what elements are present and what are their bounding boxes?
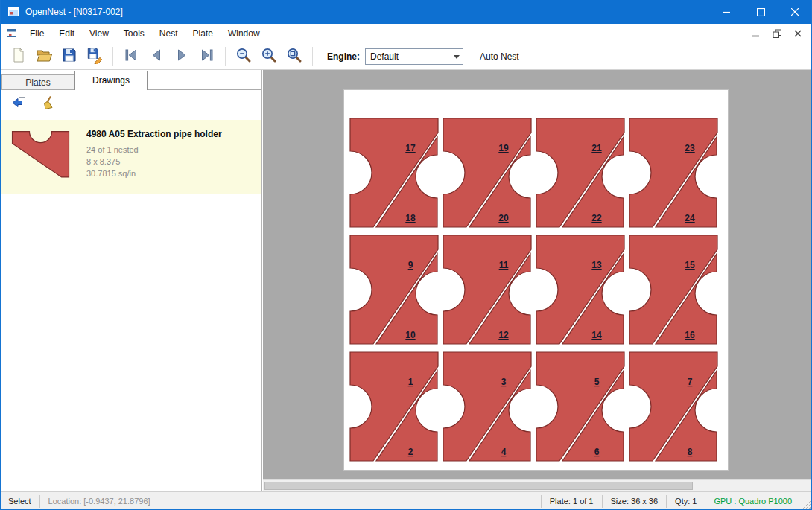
document-icon[interactable] xyxy=(6,28,18,39)
mdi-close-button[interactable] xyxy=(790,27,806,40)
part-number: 21 xyxy=(591,143,602,153)
drawing-thumbnail xyxy=(7,126,76,188)
sidebar-tabstrip: Plates Drawings xyxy=(0,70,261,90)
menu-window[interactable]: Window xyxy=(221,25,267,42)
tab-plates[interactable]: Plates xyxy=(1,74,74,90)
nest-canvas[interactable]: 171819202122232491011121314151612345678 xyxy=(263,70,812,491)
broom-icon xyxy=(40,95,57,114)
part-number: 18 xyxy=(405,213,416,223)
resize-grip[interactable] xyxy=(800,500,811,510)
drawing-title: 4980 A05 Extraction pipe holder xyxy=(86,129,222,139)
zoom-fit-icon xyxy=(285,46,303,67)
drawing-nested-count: 24 of 1 nested xyxy=(86,144,222,156)
new-file-icon xyxy=(10,46,28,67)
next-plate-icon xyxy=(173,46,191,67)
part-number: 12 xyxy=(498,330,509,340)
zoom-in-button[interactable] xyxy=(256,45,282,68)
status-qty: Qty: 1 xyxy=(667,497,705,506)
engine-label: Engine: xyxy=(327,51,360,62)
nav-next-button[interactable] xyxy=(169,45,194,68)
menu-file[interactable]: File xyxy=(22,25,51,42)
save-edit-icon xyxy=(86,46,104,67)
sidebar: Plates Drawings 4980 A05 Extra xyxy=(0,70,262,491)
part-number: 5 xyxy=(594,377,600,387)
app-icon xyxy=(7,6,19,18)
chevron-down-icon xyxy=(454,55,460,62)
part-number: 15 xyxy=(685,260,695,270)
menu-bar: File Edit View Tools Nest Plate Window xyxy=(0,24,812,43)
status-gpu: GPU : Quadro P1000 xyxy=(705,497,800,506)
menu-plate[interactable]: Plate xyxy=(185,25,221,42)
part-number: 23 xyxy=(685,143,695,153)
menu-edit[interactable]: Edit xyxy=(51,25,82,42)
main-toolbar: Engine: Default Auto Nest xyxy=(0,43,812,70)
part-number: 14 xyxy=(591,330,602,340)
window-title: OpenNest - [N0317-002] xyxy=(25,7,123,17)
nav-prev-button[interactable] xyxy=(144,45,169,68)
part-number: 6 xyxy=(594,447,600,457)
menu-nest[interactable]: Nest xyxy=(152,25,185,42)
save-button[interactable] xyxy=(57,45,82,68)
part-number: 8 xyxy=(688,447,693,457)
horizontal-scrollbar[interactable] xyxy=(263,479,812,491)
status-plate: Plate: 1 of 1 xyxy=(542,497,602,506)
save-icon xyxy=(60,46,78,67)
part-number: 10 xyxy=(405,330,416,340)
part-number: 9 xyxy=(408,260,413,270)
mdi-restore-button[interactable] xyxy=(769,27,785,40)
zoom-fit-button[interactable] xyxy=(282,45,307,68)
first-plate-icon xyxy=(122,46,140,67)
previous-plate-icon xyxy=(148,46,165,67)
status-location: Location: [-0.9437, 21.8796] xyxy=(40,497,159,506)
zoom-out-icon xyxy=(235,46,253,67)
part-number: 24 xyxy=(685,213,695,223)
auto-nest-button[interactable]: Auto Nest xyxy=(475,49,524,64)
last-plate-icon xyxy=(198,46,216,67)
import-drawing-button[interactable] xyxy=(7,94,30,115)
nav-first-button[interactable] xyxy=(118,45,144,68)
close-button[interactable] xyxy=(778,0,812,24)
mdi-minimize-button[interactable] xyxy=(748,27,764,40)
save-plate-button[interactable] xyxy=(82,45,107,68)
part-number: 11 xyxy=(499,260,509,270)
new-button[interactable] xyxy=(6,45,31,68)
part-number: 3 xyxy=(501,377,507,387)
menu-view[interactable]: View xyxy=(82,25,116,42)
opennest-window: OpenNest - [N0317-002] File Edit View To… xyxy=(0,0,812,510)
open-folder-icon xyxy=(35,46,53,67)
part-number: 2 xyxy=(408,447,413,457)
nav-last-button[interactable] xyxy=(194,45,220,68)
open-button[interactable] xyxy=(31,45,57,68)
tab-drawings[interactable]: Drawings xyxy=(74,71,148,90)
clear-drawings-button[interactable] xyxy=(37,94,60,115)
menu-tools[interactable]: Tools xyxy=(116,25,152,42)
minimize-button[interactable] xyxy=(709,0,743,24)
part-number: 13 xyxy=(591,260,602,270)
part-number: 4 xyxy=(501,447,507,457)
part-number: 22 xyxy=(591,213,602,223)
drawing-area: 30.7815 sq/in xyxy=(86,168,222,179)
status-bar: Select Location: [-0.9437, 21.8796] Plat… xyxy=(0,491,812,510)
scrollbar-thumb[interactable] xyxy=(264,482,693,490)
status-mode: Select xyxy=(0,497,39,506)
part-number: 16 xyxy=(685,330,695,340)
part-number: 1 xyxy=(408,377,413,387)
plate: 171819202122232491011121314151612345678 xyxy=(343,89,729,471)
engine-value: Default xyxy=(370,51,399,62)
drawings-toolbar xyxy=(0,90,261,118)
maximize-button[interactable] xyxy=(743,0,778,24)
part-number: 7 xyxy=(688,377,693,387)
part-number: 19 xyxy=(498,143,509,153)
status-size: Size: 36 x 36 xyxy=(603,497,667,506)
part-number: 20 xyxy=(498,213,509,223)
title-bar: OpenNest - [N0317-002] xyxy=(0,0,812,24)
blue-arrow-page-icon xyxy=(10,95,27,114)
drawing-dimensions: 8 x 8.375 xyxy=(86,156,222,168)
engine-select[interactable]: Default xyxy=(365,48,463,65)
zoom-out-button[interactable] xyxy=(231,45,256,68)
part-number: 17 xyxy=(405,143,416,153)
zoom-in-icon xyxy=(260,46,278,67)
drawing-list-item[interactable]: 4980 A05 Extraction pipe holder 24 of 1 … xyxy=(0,120,261,194)
